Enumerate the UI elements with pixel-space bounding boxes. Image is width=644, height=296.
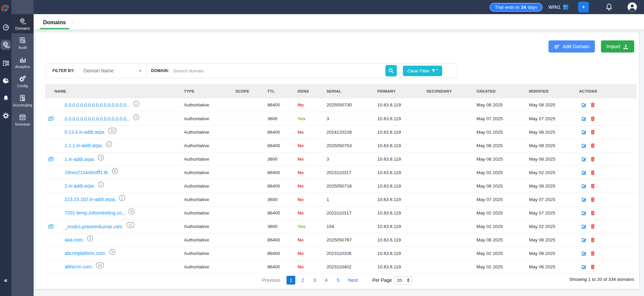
edit-domain-button[interactable] (581, 224, 587, 229)
serial-cell: 2025050753 (326, 139, 376, 152)
domain-link[interactable]: abcrmplatform.com. (65, 251, 106, 256)
delete-domain-button[interactable] (590, 264, 596, 270)
delete-domain-button[interactable] (590, 197, 596, 202)
edit-domain-button[interactable] (581, 116, 587, 122)
ttl-cell: 3600 (266, 152, 297, 166)
notifications-bell-icon[interactable] (605, 3, 613, 11)
ddns-cell: No (297, 179, 326, 193)
pagination: Previous 1 2 3 4 5 Next Per Page 20 (35, 274, 639, 286)
trial-text-prefix: Trial ends in (495, 5, 519, 10)
clear-filter-button[interactable]: Clear Filter x (403, 66, 442, 76)
ttl-cell: 86400 (266, 166, 297, 179)
quick-add-button[interactable]: + (578, 2, 589, 12)
domain-link[interactable]: 223.23.102.in-addr.arpa. (65, 197, 116, 202)
next-page-button[interactable]: Next (348, 277, 358, 283)
tab-bar: Domains | (34, 14, 644, 30)
created-cell: May 08 2025 (476, 139, 528, 152)
sidebar-item-schedule[interactable]: Schedule (11, 110, 34, 129)
tab-domains[interactable]: Domains (40, 16, 69, 29)
delete-domain-button[interactable] (590, 143, 596, 149)
svg-text:DNS: DNS (5, 46, 10, 48)
ddns-cell: No (297, 233, 326, 246)
add-domain-button[interactable]: Add Domain (548, 40, 595, 53)
page-button-1[interactable]: 1 (287, 276, 295, 285)
edit-domain-button[interactable] (581, 264, 587, 270)
domain-link[interactable]: 19nov21sastestff1.tk. (65, 170, 109, 175)
sidebar-item-scavenging[interactable]: Scavenging (11, 91, 34, 110)
search-button[interactable] (385, 65, 397, 76)
delete-domain-button[interactable] (590, 237, 596, 243)
sidebar-item-audit[interactable]: Audit (11, 33, 34, 53)
edit-icon (581, 251, 587, 256)
domain-link[interactable]: abhicrm.com. (65, 264, 93, 269)
sidebar-item-analytics[interactable]: Analytics (11, 53, 34, 72)
rail-item-dashboard[interactable] (1, 23, 10, 32)
ttl-cell: 86400 (266, 246, 297, 260)
table-row: 0.13.4.in-addr.arpa.10Authoritative86400… (45, 125, 637, 139)
edit-domain-button[interactable] (581, 170, 587, 175)
import-label: Import (606, 44, 620, 49)
delete-domain-button[interactable] (590, 170, 596, 175)
domain-link[interactable]: 0.13.4.in-addr.arpa. (65, 129, 105, 135)
scavenging-document-search-icon (19, 94, 26, 102)
sidebar-item-domains[interactable]: com Domains (11, 14, 34, 33)
domain-link[interactable]: aaa.com. (65, 237, 84, 242)
rail-item-network-topology[interactable] (1, 59, 10, 67)
domain-link[interactable]: 1.1.1.in-addr.arpa. (65, 143, 103, 148)
page-button-3[interactable]: 3 (310, 276, 319, 285)
edit-domain-button[interactable] (581, 210, 587, 216)
trash-icon (590, 129, 596, 135)
domain-link[interactable]: 1.in-addr.arpa. (65, 156, 95, 162)
trash-icon (590, 143, 596, 149)
delete-domain-button[interactable] (590, 183, 596, 189)
rail-item-settings[interactable] (1, 111, 10, 120)
secondary-cell (425, 179, 476, 193)
delete-domain-button[interactable] (590, 224, 596, 229)
sidebar-item-config[interactable]: Config (11, 72, 34, 91)
domains-table: NAME TYPE SCOPE TTL DDNS SERIAL PRIMARY … (45, 84, 637, 274)
domain-link[interactable]: _msdcs.praveenkumar.com. (65, 224, 123, 229)
subzone-icon (48, 116, 54, 122)
page-button-2[interactable]: 2 (298, 276, 307, 285)
domain-link[interactable]: 7201-temp.zohomeeting.co... (65, 210, 125, 216)
edit-domain-button[interactable] (581, 197, 587, 202)
delete-domain-button[interactable] (590, 116, 596, 122)
user-avatar[interactable] (627, 2, 637, 12)
edit-domain-button[interactable] (581, 237, 587, 243)
edit-domain-button[interactable] (581, 183, 587, 189)
edit-domain-button[interactable] (581, 129, 587, 135)
delete-domain-button[interactable] (590, 156, 596, 162)
delete-domain-button[interactable] (590, 102, 596, 108)
delete-domain-button[interactable] (590, 129, 596, 135)
ttl-cell: 86400 (266, 260, 297, 273)
filter-by-select[interactable]: Domian Name ▼ (83, 68, 146, 73)
collapse-sidebar-button[interactable]: « (0, 277, 11, 284)
domain-search-input[interactable] (173, 68, 385, 73)
primary-cell: 10.63.6.119 (376, 139, 425, 152)
secondary-cell (425, 139, 476, 152)
per-page-select[interactable]: 20 (394, 276, 412, 285)
domain-link[interactable]: 2.in-addr.arpa. (65, 183, 95, 189)
edit-domain-button[interactable] (581, 102, 587, 108)
previous-page-button[interactable]: Previous (262, 277, 280, 283)
rail-item-dns[interactable]: DNS (1, 40, 11, 50)
delete-domain-button[interactable] (590, 210, 596, 216)
trial-badge[interactable]: Trial ends in 24 days (490, 3, 542, 11)
domain-link[interactable]: 0.0.0.0.0.0.0.0.0.0.0.0.0.0.0.0... (65, 116, 130, 121)
delete-domain-button[interactable] (590, 251, 596, 256)
page-button-4[interactable]: 4 (322, 276, 331, 285)
rail-item-reports[interactable] (1, 76, 10, 85)
edit-domain-button[interactable] (581, 143, 587, 149)
import-button[interactable]: Import (601, 40, 634, 53)
scope-cell (234, 166, 266, 179)
modified-cell: May 08 2025 (528, 139, 578, 152)
edit-domain-button[interactable] (581, 156, 587, 162)
domain-link[interactable]: 0.0.0.0.0.0.0.0.0.0.0.0.0.0.0.0... (65, 102, 130, 108)
main-panel: Add Domain Import FILTER BY: Domian Name… (35, 32, 639, 289)
page-button-5[interactable]: 5 (334, 276, 342, 285)
rail-item-alerts[interactable] (1, 94, 10, 102)
primary-cell: 10.63.6.119 (376, 246, 425, 260)
domains-table-body: 0.0.0.0.0.0.0.0.0.0.0.0.0.0.0.0...1Autho… (45, 98, 637, 273)
edit-domain-button[interactable] (581, 251, 587, 256)
serial-cell: 2023110402 (326, 260, 376, 273)
